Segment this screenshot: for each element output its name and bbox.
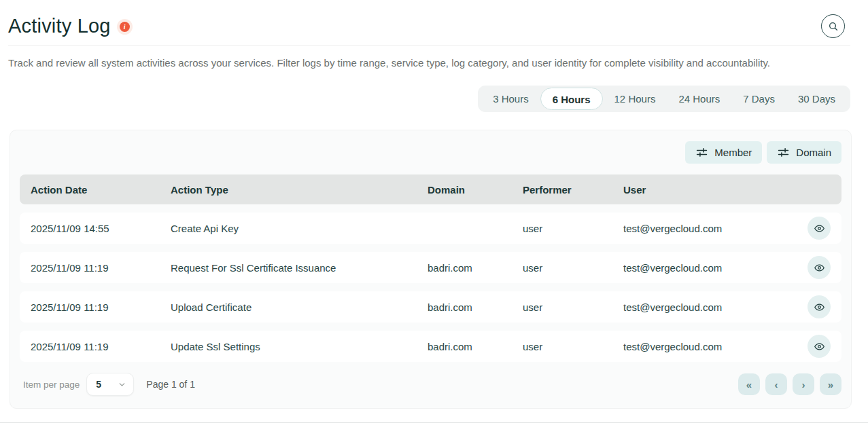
column-header-action-date: Action Date xyxy=(31,184,171,196)
cell-performer: user xyxy=(523,301,623,313)
page-description: Track and review all system activities a… xyxy=(8,57,860,69)
tab-24-hours[interactable]: 24 Hours xyxy=(667,88,731,110)
activity-log-card: Member Domain Action Date Action Type Do… xyxy=(10,130,852,409)
cell-domain: badri.com xyxy=(428,301,523,313)
items-per-page-select[interactable]: 5 xyxy=(86,373,134,396)
search-button[interactable] xyxy=(821,14,845,38)
column-header-domain: Domain xyxy=(428,184,523,196)
table-row: 2025/11/09 11:19 Update Ssl Settings bad… xyxy=(20,331,841,362)
items-per-page-value: 5 xyxy=(96,379,101,390)
tab-12-hours[interactable]: 12 Hours xyxy=(603,88,667,110)
cell-action-date: 2025/11/09 11:19 xyxy=(31,262,171,274)
table-row: 2025/11/09 11:19 Request For Ssl Certifi… xyxy=(20,252,841,283)
cell-action-type: Update Ssl Settings xyxy=(171,341,428,352)
cell-user: test@vergecloud.com xyxy=(623,341,803,352)
column-header-user: User xyxy=(623,184,803,196)
tab-7-days[interactable]: 7 Days xyxy=(731,88,786,110)
tab-6-hours[interactable]: 6 Hours xyxy=(540,88,603,110)
view-details-button[interactable] xyxy=(808,335,831,358)
cell-action-date: 2025/11/09 11:19 xyxy=(31,301,171,313)
cell-user: test@vergecloud.com xyxy=(623,223,803,234)
view-details-button[interactable] xyxy=(808,217,831,240)
cell-action-date: 2025/11/09 14:55 xyxy=(31,223,171,234)
cell-action-type: Request For Ssl Certificate Issuance xyxy=(171,262,428,274)
column-header-action-type: Action Type xyxy=(171,184,428,196)
member-filter-label: Member xyxy=(714,147,752,158)
table-footer: Item per page 5 Page 1 of 1 « ‹ › » xyxy=(20,373,841,396)
member-filter-button[interactable]: Member xyxy=(685,141,762,164)
domain-filter-button[interactable]: Domain xyxy=(767,141,841,164)
pagination-next-button[interactable]: › xyxy=(793,373,814,395)
cell-performer: user xyxy=(523,223,623,234)
page-header: Activity Log i xyxy=(0,0,868,38)
pagination-prev-button[interactable]: ‹ xyxy=(765,373,787,395)
cell-user: test@vergecloud.com xyxy=(623,301,803,313)
tab-3-hours[interactable]: 3 Hours xyxy=(481,88,540,110)
chevron-down-icon xyxy=(118,380,126,389)
cell-performer: user xyxy=(523,262,623,274)
domain-filter-label: Domain xyxy=(796,147,831,158)
pagination-first-button[interactable]: « xyxy=(738,373,760,395)
cell-performer: user xyxy=(523,341,623,352)
cell-domain: badri.com xyxy=(428,341,523,352)
eye-icon xyxy=(814,341,825,352)
table-header-row: Action Date Action Type Domain Performer… xyxy=(20,174,841,204)
cell-user: test@vergecloud.com xyxy=(623,262,803,274)
eye-icon xyxy=(814,301,825,313)
cell-action-type: Create Api Key xyxy=(171,223,428,234)
cell-action-type: Upload Certificate xyxy=(171,301,428,313)
table-row: 2025/11/09 14:55 Create Api Key user tes… xyxy=(20,213,841,244)
view-details-button[interactable] xyxy=(808,256,831,279)
page-title: Activity Log xyxy=(8,15,111,37)
info-icon[interactable]: i xyxy=(117,19,133,35)
cell-action-date: 2025/11/09 11:19 xyxy=(31,341,171,352)
tab-30-days[interactable]: 30 Days xyxy=(786,88,847,110)
filter-sliders-icon xyxy=(777,146,790,159)
column-header-performer: Performer xyxy=(523,184,623,196)
items-per-page-label: Item per page xyxy=(23,380,80,390)
page-status: Page 1 of 1 xyxy=(146,379,195,390)
pagination-controls: « ‹ › » xyxy=(738,373,841,395)
eye-icon xyxy=(814,262,825,274)
pagination-last-button[interactable]: » xyxy=(820,373,841,395)
search-icon xyxy=(828,21,839,32)
view-details-button[interactable] xyxy=(808,295,831,318)
header-divider xyxy=(8,45,850,45)
table-row: 2025/11/09 11:19 Upload Certificate badr… xyxy=(20,291,841,323)
filter-sliders-icon xyxy=(695,146,708,159)
cell-domain: badri.com xyxy=(428,262,523,274)
time-range-filter: 3 Hours 6 Hours 12 Hours 24 Hours 7 Days… xyxy=(478,86,850,112)
eye-icon xyxy=(814,223,825,234)
